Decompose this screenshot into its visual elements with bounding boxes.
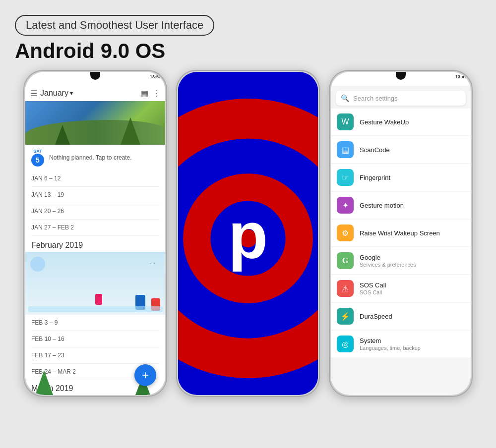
cal-week-jan6: JAN 6 – 12 <box>31 170 159 187</box>
cal-topbar: ☰ January ▾ ▦ ⋮ <box>25 86 165 101</box>
cal-jan-weeks: JAN 6 – 12 JAN 13 – 19 JAN 20 – 26 JAN 2… <box>25 170 165 236</box>
phone1-status-time: 13:50 <box>150 74 161 79</box>
phone3-shell: 13:47 🔍 Search settings W Gesture WakeUp <box>329 70 473 397</box>
cal-week-feb10: FEB 10 – 16 <box>31 331 159 347</box>
raise-wrist-title: Raise Wrist Wakeup Screen <box>360 229 440 237</box>
sos-call-title: SOS Call <box>360 281 386 289</box>
more-icon[interactable]: ⋮ <box>152 89 160 98</box>
cal-february-label: February 2019 <box>25 236 165 252</box>
settings-item-gesture-wakeup[interactable]: W Gesture WakeUp <box>331 109 471 135</box>
settings-item-scancode[interactable]: ▤ ScanCode <box>331 136 471 163</box>
fingerprint-icon: ☞ <box>337 169 354 186</box>
settings-list: W Gesture WakeUp ▤ ScanCode ☞ <box>331 109 471 395</box>
cal-today-row: SAT 5 Nothing planned. Tap to create. <box>25 145 165 170</box>
scancode-icon: ▤ <box>337 141 354 158</box>
phone3-screen: 13:47 🔍 Search settings W Gesture WakeUp <box>331 72 471 395</box>
duraspeed-icon: ⚡ <box>337 308 354 325</box>
settings-item-sos-call[interactable]: ⚠ SOS Call SOS Call <box>331 275 471 302</box>
gesture-motion-title: Gesture motion <box>360 202 404 209</box>
sos-call-subtitle: SOS Call <box>360 289 386 295</box>
fingerprint-title: Fingerprint <box>360 174 390 181</box>
gesture-wakeup-icon: W <box>337 113 354 130</box>
phone1-notch <box>90 72 100 80</box>
search-icon: 🔍 <box>341 94 349 102</box>
system-title: System <box>360 337 421 344</box>
cal-week-jan20: JAN 20 – 26 <box>31 203 159 220</box>
cal-topbar-icons: ▦ ⋮ <box>141 89 160 98</box>
cal-week-feb3: FEB 3 – 9 <box>31 315 159 331</box>
phone3-status-time: 13:47 <box>455 74 467 79</box>
phone1-notch-area: 13:50 <box>25 72 165 85</box>
google-icon: G <box>337 252 354 269</box>
android-p-letter: p <box>228 200 268 273</box>
android-p-spiral: p <box>178 72 318 395</box>
phone1-shell: 13:50 ☰ January ▾ ▦ ⋮ <box>23 70 167 397</box>
phone3-notch-area: 13:47 <box>331 72 471 86</box>
phone2-screen: p <box>178 72 318 395</box>
cal-february-image: ⌒ <box>25 252 165 315</box>
main-title: Android 9.0 OS <box>15 40 481 62</box>
march-tree1 <box>35 370 53 395</box>
phone2-shell: p <box>176 70 320 397</box>
menu-icon[interactable]: ☰ <box>30 89 37 98</box>
settings-item-fingerprint[interactable]: ☞ Fingerprint <box>331 164 471 191</box>
phones-container: 13:50 ☰ January ▾ ▦ ⋮ <box>15 70 481 438</box>
gesture-motion-icon: ✦ <box>337 197 354 214</box>
sos-call-icon: ⚠ <box>337 280 354 297</box>
settings-item-system[interactable]: ◎ System Languages, time, backup <box>331 331 471 357</box>
cal-week-jan13: JAN 13 – 19 <box>31 187 159 203</box>
google-title: Google <box>360 254 416 261</box>
settings-item-raise-wrist[interactable]: ⚙ Raise Wrist Wakeup Screen <box>331 220 471 246</box>
cal-day-badge: SAT 5 <box>31 149 44 167</box>
phone1-screen: 13:50 ☰ January ▾ ▦ ⋮ <box>25 72 165 395</box>
cal-week-feb17: FEB 17 – 23 <box>31 347 159 364</box>
scancode-title: ScanCode <box>360 146 390 154</box>
calendar-view-icon[interactable]: ▦ <box>141 89 148 98</box>
cal-week-jan27: JAN 27 – FEB 2 <box>31 220 159 236</box>
cal-header-image <box>25 101 165 145</box>
cal-day-name: SAT <box>33 149 42 154</box>
settings-item-gesture-motion[interactable]: ✦ Gesture motion <box>331 192 471 219</box>
raise-wrist-icon: ⚙ <box>337 224 354 241</box>
system-subtitle: Languages, time, backup <box>360 345 421 351</box>
duraspeed-title: DuraSpeed <box>360 313 392 320</box>
system-icon: ◎ <box>337 336 354 352</box>
cal-today-text: Nothing planned. Tap to create. <box>49 154 132 161</box>
cal-month-title: January ▾ <box>40 89 138 98</box>
settings-item-duraspeed[interactable]: ⚡ DuraSpeed <box>331 303 471 330</box>
badge-container: Latest and Smoothest User Interface <box>15 15 481 36</box>
search-placeholder-text: Search settings <box>353 95 398 102</box>
header-section: Latest and Smoothest User Interface Andr… <box>15 15 481 62</box>
fab-add-button[interactable]: + <box>134 364 156 386</box>
gesture-wakeup-title: Gesture WakeUp <box>360 118 409 126</box>
cal-day-num: 5 <box>31 154 44 167</box>
settings-item-google[interactable]: G Google Services & preferences <box>331 247 471 274</box>
google-subtitle: Services & preferences <box>360 262 416 268</box>
phone3-notch <box>396 72 406 80</box>
badge-label: Latest and Smoothest User Interface <box>15 15 214 36</box>
settings-search-bar[interactable]: 🔍 Search settings <box>336 91 466 106</box>
